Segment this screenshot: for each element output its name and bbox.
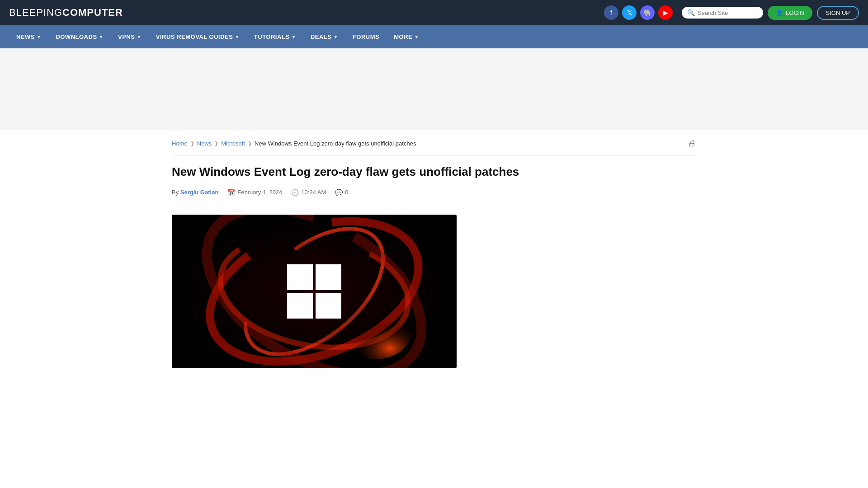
clock-icon: 🕙 — [291, 189, 299, 196]
article-image — [172, 215, 457, 368]
article-time: 🕙 10:34 AM — [291, 189, 326, 196]
youtube-icon[interactable]: ▶ — [658, 5, 673, 20]
article-meta: By Sergiu Gatlan 📅 February 1, 2024 🕙 10… — [172, 189, 696, 203]
breadcrumb: Home ❯ News ❯ Microsoft ❯ New Windows Ev… — [172, 139, 696, 155]
nav-label-virus-removal: VIRUS REMOVAL GUIDES — [156, 33, 233, 40]
content-wrapper: Home ❯ News ❯ Microsoft ❯ New Windows Ev… — [163, 130, 705, 386]
nav-label-forums: FORUMS — [353, 33, 379, 40]
breadcrumb-current: New Windows Event Log zero-day flaw gets… — [255, 140, 416, 147]
nav-item-news[interactable]: NEWS ▼ — [9, 25, 48, 48]
nav-item-virus-removal[interactable]: VIRUS REMOVAL GUIDES ▼ — [149, 25, 247, 48]
nav-item-downloads[interactable]: DOWNLOADS ▼ — [48, 25, 111, 48]
advertisement-banner — [0, 48, 868, 130]
win-pane-tl — [287, 264, 313, 290]
nav-item-forums[interactable]: FORUMS — [345, 25, 387, 48]
nav-item-vpns[interactable]: VPNS ▼ — [111, 25, 149, 48]
login-label: LOGIN — [786, 9, 804, 16]
nav-item-tutorials[interactable]: TUTORIALS ▼ — [247, 25, 303, 48]
calendar-icon: 📅 — [227, 189, 235, 196]
search-input[interactable] — [698, 9, 758, 16]
nav-arrow-vpns: ▼ — [137, 34, 141, 39]
breadcrumb-sep-3: ❯ — [248, 141, 252, 146]
windows-logo — [287, 264, 341, 319]
nav-arrow-downloads: ▼ — [99, 34, 104, 39]
search-icon: 🔍 — [687, 9, 695, 16]
print-button[interactable]: 🖨 — [688, 139, 696, 148]
win-pane-br — [316, 293, 341, 319]
comments-count: 0 — [345, 189, 348, 196]
author-link[interactable]: Sergiu Gatlan — [180, 189, 219, 196]
logo-prefix: BLEEPING — [9, 7, 62, 18]
article-author: By Sergiu Gatlan — [172, 189, 218, 196]
logo-suffix: COMPUTER — [62, 7, 123, 18]
nav-label-deals: DEALS — [311, 33, 332, 40]
breadcrumb-sep-1: ❯ — [190, 141, 194, 146]
signup-label: SIGN UP — [826, 9, 850, 16]
article-comments[interactable]: 💬 0 — [335, 189, 348, 196]
nav-arrow-news: ▼ — [37, 34, 41, 39]
nav-label-vpns: VPNS — [118, 33, 135, 40]
twitter-icon[interactable]: 𝕏 — [622, 5, 637, 20]
win-pane-bl — [287, 293, 313, 319]
breadcrumb-news[interactable]: News — [197, 140, 212, 147]
nav-item-deals[interactable]: DEALS ▼ — [303, 25, 345, 48]
breadcrumb-home[interactable]: Home — [172, 140, 188, 147]
social-icons: f 𝕏 🐘 ▶ — [604, 5, 673, 20]
article-hero-image — [172, 215, 457, 368]
facebook-icon[interactable]: f — [604, 5, 618, 20]
svg-point-6 — [339, 305, 411, 359]
site-header: BLEEPINGCOMPUTER f 𝕏 🐘 ▶ 🔍 👤 LOGIN SIGN … — [0, 0, 868, 25]
nav-label-downloads: DOWNLOADS — [56, 33, 97, 40]
nav-label-news: NEWS — [16, 33, 35, 40]
article-date: 📅 February 1, 2024 — [227, 189, 282, 196]
nav-item-more[interactable]: MORE ▼ — [387, 25, 426, 48]
nav-arrow-tutorials: ▼ — [291, 34, 296, 39]
signup-button[interactable]: SIGN UP — [817, 6, 859, 20]
win-pane-tr — [316, 264, 341, 290]
nav-label-more: MORE — [394, 33, 412, 40]
header-right: f 𝕏 🐘 ▶ 🔍 👤 LOGIN SIGN UP — [604, 5, 859, 20]
nav-arrow-virus-removal: ▼ — [235, 34, 239, 39]
article-title: New Windows Event Log zero-day flaw gets… — [172, 164, 696, 180]
breadcrumb-sep-2: ❯ — [214, 141, 218, 146]
main-nav: NEWS ▼ DOWNLOADS ▼ VPNS ▼ VIRUS REMOVAL … — [0, 25, 868, 48]
comment-icon: 💬 — [335, 189, 343, 196]
user-icon: 👤 — [776, 9, 783, 16]
nav-arrow-more: ▼ — [414, 34, 419, 39]
mastodon-icon[interactable]: 🐘 — [640, 5, 655, 20]
date-text: February 1, 2024 — [237, 189, 282, 196]
breadcrumb-left: Home ❯ News ❯ Microsoft ❯ New Windows Ev… — [172, 140, 416, 147]
search-box: 🔍 — [682, 7, 763, 19]
breadcrumb-microsoft[interactable]: Microsoft — [221, 140, 245, 147]
login-button[interactable]: 👤 LOGIN — [768, 6, 812, 20]
nav-label-tutorials: TUTORIALS — [254, 33, 290, 40]
site-logo[interactable]: BLEEPINGCOMPUTER — [9, 7, 123, 19]
time-text: 10:34 AM — [301, 189, 326, 196]
nav-arrow-deals: ▼ — [333, 34, 338, 39]
